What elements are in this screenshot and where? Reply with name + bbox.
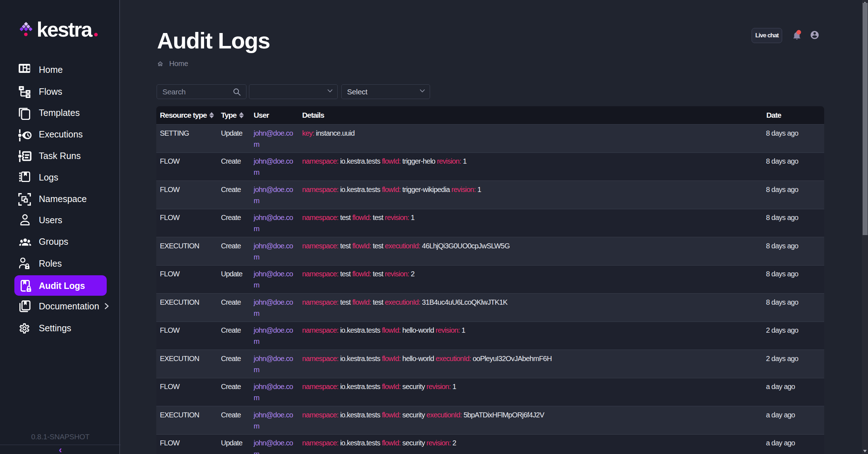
svg-text:kestra: kestra <box>37 20 93 41</box>
